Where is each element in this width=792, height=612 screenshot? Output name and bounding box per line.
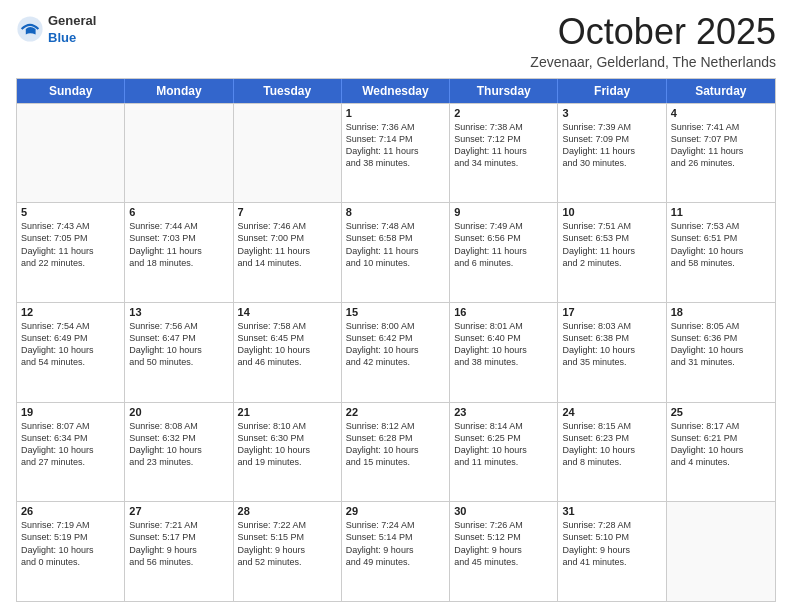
day-number: 29 [346,505,445,517]
cal-cell-5-3: 28Sunrise: 7:22 AM Sunset: 5:15 PM Dayli… [234,502,342,601]
cal-cell-1-4: 1Sunrise: 7:36 AM Sunset: 7:14 PM Daylig… [342,104,450,203]
day-number: 7 [238,206,337,218]
header-day-thursday: Thursday [450,79,558,103]
day-number: 4 [671,107,771,119]
day-number: 1 [346,107,445,119]
cell-text: Sunrise: 7:24 AM Sunset: 5:14 PM Dayligh… [346,519,445,568]
cal-cell-2-3: 7Sunrise: 7:46 AM Sunset: 7:00 PM Daylig… [234,203,342,302]
cal-cell-4-2: 20Sunrise: 8:08 AM Sunset: 6:32 PM Dayli… [125,403,233,502]
cal-cell-3-1: 12Sunrise: 7:54 AM Sunset: 6:49 PM Dayli… [17,303,125,402]
day-number: 14 [238,306,337,318]
header-day-wednesday: Wednesday [342,79,450,103]
cal-cell-5-6: 31Sunrise: 7:28 AM Sunset: 5:10 PM Dayli… [558,502,666,601]
month-title: October 2025 [530,12,776,52]
calendar-body: 1Sunrise: 7:36 AM Sunset: 7:14 PM Daylig… [17,103,775,601]
cal-cell-3-3: 14Sunrise: 7:58 AM Sunset: 6:45 PM Dayli… [234,303,342,402]
day-number: 2 [454,107,553,119]
day-number: 16 [454,306,553,318]
cell-text: Sunrise: 7:51 AM Sunset: 6:53 PM Dayligh… [562,220,661,269]
cal-cell-1-5: 2Sunrise: 7:38 AM Sunset: 7:12 PM Daylig… [450,104,558,203]
cell-text: Sunrise: 7:28 AM Sunset: 5:10 PM Dayligh… [562,519,661,568]
cell-text: Sunrise: 8:00 AM Sunset: 6:42 PM Dayligh… [346,320,445,369]
cell-text: Sunrise: 7:39 AM Sunset: 7:09 PM Dayligh… [562,121,661,170]
cell-text: Sunrise: 8:15 AM Sunset: 6:23 PM Dayligh… [562,420,661,469]
day-number: 10 [562,206,661,218]
header-day-monday: Monday [125,79,233,103]
cell-text: Sunrise: 7:53 AM Sunset: 6:51 PM Dayligh… [671,220,771,269]
cell-text: Sunrise: 7:58 AM Sunset: 6:45 PM Dayligh… [238,320,337,369]
day-number: 31 [562,505,661,517]
day-number: 8 [346,206,445,218]
day-number: 23 [454,406,553,418]
cell-text: Sunrise: 7:38 AM Sunset: 7:12 PM Dayligh… [454,121,553,170]
calendar-header: SundayMondayTuesdayWednesdayThursdayFrid… [17,79,775,103]
cell-text: Sunrise: 7:26 AM Sunset: 5:12 PM Dayligh… [454,519,553,568]
cal-cell-4-4: 22Sunrise: 8:12 AM Sunset: 6:28 PM Dayli… [342,403,450,502]
cal-cell-1-2 [125,104,233,203]
cal-cell-1-6: 3Sunrise: 7:39 AM Sunset: 7:09 PM Daylig… [558,104,666,203]
day-number: 19 [21,406,120,418]
day-number: 28 [238,505,337,517]
day-number: 15 [346,306,445,318]
cell-text: Sunrise: 8:12 AM Sunset: 6:28 PM Dayligh… [346,420,445,469]
cell-text: Sunrise: 7:56 AM Sunset: 6:47 PM Dayligh… [129,320,228,369]
cell-text: Sunrise: 8:08 AM Sunset: 6:32 PM Dayligh… [129,420,228,469]
cell-text: Sunrise: 7:41 AM Sunset: 7:07 PM Dayligh… [671,121,771,170]
day-number: 26 [21,505,120,517]
cal-cell-1-3 [234,104,342,203]
day-number: 3 [562,107,661,119]
cal-cell-5-4: 29Sunrise: 7:24 AM Sunset: 5:14 PM Dayli… [342,502,450,601]
page: General Blue October 2025 Zevenaar, Geld… [0,0,792,612]
day-number: 30 [454,505,553,517]
cell-text: Sunrise: 8:17 AM Sunset: 6:21 PM Dayligh… [671,420,771,469]
day-number: 6 [129,206,228,218]
day-number: 13 [129,306,228,318]
cell-text: Sunrise: 8:07 AM Sunset: 6:34 PM Dayligh… [21,420,120,469]
logo-general: General [48,13,96,28]
cell-text: Sunrise: 8:01 AM Sunset: 6:40 PM Dayligh… [454,320,553,369]
cal-cell-2-4: 8Sunrise: 7:48 AM Sunset: 6:58 PM Daylig… [342,203,450,302]
calendar-week-4: 19Sunrise: 8:07 AM Sunset: 6:34 PM Dayli… [17,402,775,502]
day-number: 20 [129,406,228,418]
logo-icon [16,15,44,43]
cal-cell-2-1: 5Sunrise: 7:43 AM Sunset: 7:05 PM Daylig… [17,203,125,302]
cal-cell-1-1 [17,104,125,203]
cal-cell-5-5: 30Sunrise: 7:26 AM Sunset: 5:12 PM Dayli… [450,502,558,601]
logo-text: General Blue [48,12,96,46]
day-number: 22 [346,406,445,418]
day-number: 25 [671,406,771,418]
day-number: 21 [238,406,337,418]
cell-text: Sunrise: 7:43 AM Sunset: 7:05 PM Dayligh… [21,220,120,269]
day-number: 9 [454,206,553,218]
header-day-saturday: Saturday [667,79,775,103]
cal-cell-3-6: 17Sunrise: 8:03 AM Sunset: 6:38 PM Dayli… [558,303,666,402]
cell-text: Sunrise: 7:21 AM Sunset: 5:17 PM Dayligh… [129,519,228,568]
day-number: 12 [21,306,120,318]
header: General Blue October 2025 Zevenaar, Geld… [16,12,776,70]
cal-cell-2-6: 10Sunrise: 7:51 AM Sunset: 6:53 PM Dayli… [558,203,666,302]
cell-text: Sunrise: 7:49 AM Sunset: 6:56 PM Dayligh… [454,220,553,269]
location-title: Zevenaar, Gelderland, The Netherlands [530,54,776,70]
header-day-tuesday: Tuesday [234,79,342,103]
cal-cell-3-2: 13Sunrise: 7:56 AM Sunset: 6:47 PM Dayli… [125,303,233,402]
header-day-friday: Friday [558,79,666,103]
cal-cell-3-7: 18Sunrise: 8:05 AM Sunset: 6:36 PM Dayli… [667,303,775,402]
logo-blue: Blue [48,30,76,45]
day-number: 18 [671,306,771,318]
cal-cell-4-7: 25Sunrise: 8:17 AM Sunset: 6:21 PM Dayli… [667,403,775,502]
cal-cell-4-1: 19Sunrise: 8:07 AM Sunset: 6:34 PM Dayli… [17,403,125,502]
cell-text: Sunrise: 8:03 AM Sunset: 6:38 PM Dayligh… [562,320,661,369]
cal-cell-2-5: 9Sunrise: 7:49 AM Sunset: 6:56 PM Daylig… [450,203,558,302]
calendar: SundayMondayTuesdayWednesdayThursdayFrid… [16,78,776,602]
cal-cell-3-5: 16Sunrise: 8:01 AM Sunset: 6:40 PM Dayli… [450,303,558,402]
cal-cell-5-2: 27Sunrise: 7:21 AM Sunset: 5:17 PM Dayli… [125,502,233,601]
day-number: 11 [671,206,771,218]
cell-text: Sunrise: 8:10 AM Sunset: 6:30 PM Dayligh… [238,420,337,469]
day-number: 5 [21,206,120,218]
calendar-week-5: 26Sunrise: 7:19 AM Sunset: 5:19 PM Dayli… [17,501,775,601]
calendar-week-3: 12Sunrise: 7:54 AM Sunset: 6:49 PM Dayli… [17,302,775,402]
cell-text: Sunrise: 7:19 AM Sunset: 5:19 PM Dayligh… [21,519,120,568]
cell-text: Sunrise: 7:22 AM Sunset: 5:15 PM Dayligh… [238,519,337,568]
cal-cell-5-1: 26Sunrise: 7:19 AM Sunset: 5:19 PM Dayli… [17,502,125,601]
cal-cell-4-5: 23Sunrise: 8:14 AM Sunset: 6:25 PM Dayli… [450,403,558,502]
